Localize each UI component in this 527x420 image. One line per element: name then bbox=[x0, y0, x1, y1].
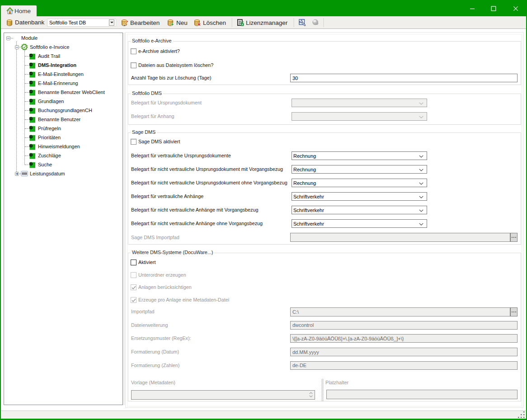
field-label: Belegart für nicht vertrauliche Ursprung… bbox=[131, 179, 287, 186]
web-button[interactable] bbox=[310, 18, 320, 27]
minimize-button[interactable] bbox=[465, 3, 480, 14]
combobox[interactable] bbox=[292, 99, 427, 107]
combobox[interactable]: Rechnung bbox=[292, 179, 427, 187]
tree-item-label[interactable]: Module bbox=[21, 33, 38, 42]
tab-home-label: Home bbox=[14, 8, 31, 14]
tree-item-label[interactable]: E-Mail-Einstellungen bbox=[38, 70, 84, 79]
combobox[interactable] bbox=[292, 112, 427, 121]
checkbox[interactable] bbox=[131, 62, 136, 68]
license-manager-button[interactable]: Lizenzmanager bbox=[236, 18, 292, 27]
field-label: Ersetzungsmuster (RegEx): bbox=[131, 335, 191, 342]
textbox[interactable] bbox=[326, 390, 518, 399]
tree-item-label[interactable]: Prüfregeln bbox=[38, 124, 61, 133]
checkbox-label: Anlagen berücksichtigen bbox=[138, 284, 192, 291]
new-button-label: Neu bbox=[176, 19, 188, 27]
checkbox[interactable] bbox=[131, 139, 136, 145]
browse-button[interactable] bbox=[510, 233, 518, 242]
tree-item-label[interactable]: Benannte Benutzer bbox=[38, 115, 80, 124]
combobox[interactable]: Schriftverkehr bbox=[292, 192, 427, 201]
tree-connector-line bbox=[11, 38, 13, 38]
module-gear-icon bbox=[28, 134, 36, 141]
module-gear-icon bbox=[28, 125, 36, 132]
tree-item-label[interactable]: BuchungsgrundlagenCH bbox=[38, 106, 92, 115]
seal-check-icon bbox=[21, 43, 28, 51]
edit-button[interactable]: Bearbeiten bbox=[120, 18, 164, 27]
field-label: Belegart für nicht vertrauliche Anhänge … bbox=[131, 207, 259, 213]
module-gear-icon bbox=[28, 161, 36, 168]
browse-button[interactable] bbox=[510, 307, 518, 316]
tree-item-label[interactable]: Grundlagen bbox=[38, 97, 64, 106]
path-textbox[interactable]: C:\ bbox=[290, 307, 510, 316]
tree-item-label[interactable]: Suche bbox=[38, 160, 52, 169]
edit-button-label: Bearbeiten bbox=[130, 19, 160, 27]
tree-item-label[interactable]: Benannte Benutzer WebClient bbox=[38, 88, 105, 97]
chevron-down-icon bbox=[419, 196, 423, 198]
chevron-down-icon bbox=[419, 182, 423, 185]
new-button[interactable]: Neu bbox=[166, 18, 190, 27]
maximize-icon bbox=[490, 5, 497, 12]
updown-field[interactable] bbox=[131, 390, 315, 400]
checkmark-icon bbox=[131, 297, 136, 303]
delete-button[interactable]: Löschen bbox=[193, 18, 228, 27]
combobox[interactable]: Rechnung bbox=[292, 151, 427, 160]
groupbox-title: Softfolio e-Archive bbox=[131, 38, 173, 43]
combobox[interactable]: Rechnung bbox=[292, 165, 427, 174]
tree-item-label[interactable]: Audit Trail bbox=[38, 52, 60, 61]
textbox[interactable]: de-DE bbox=[290, 361, 518, 370]
checkbox[interactable] bbox=[131, 272, 136, 278]
tree-item-label[interactable]: Leistungsdatum bbox=[30, 169, 65, 178]
chevron-down-icon bbox=[419, 102, 423, 105]
close-button[interactable] bbox=[508, 3, 523, 14]
checkbox[interactable] bbox=[131, 48, 136, 54]
tree-item-label[interactable]: Prioritäten bbox=[38, 133, 61, 142]
tree-connector-line bbox=[25, 128, 28, 129]
combobox[interactable]: Schriftverkehr bbox=[292, 219, 427, 228]
checkbox-label: Sage DMS aktiviert bbox=[138, 138, 180, 145]
tree-item-label[interactable]: Softfolio e-Invoice bbox=[30, 42, 69, 52]
toolbar-separator bbox=[324, 18, 325, 27]
path-textbox[interactable] bbox=[290, 233, 510, 242]
checkbox-checked[interactable] bbox=[131, 297, 136, 303]
home-icon bbox=[6, 7, 14, 14]
tree-expander-minus[interactable] bbox=[15, 45, 19, 49]
database-icon bbox=[6, 19, 13, 26]
textbox-value: 30 bbox=[292, 76, 298, 81]
tree-item-label[interactable]: Hinweismeldungen bbox=[38, 142, 80, 151]
database-add-icon bbox=[167, 19, 174, 26]
module-gear-icon bbox=[28, 116, 36, 123]
database-edit-icon bbox=[121, 19, 128, 26]
database-combobox-value: Softfolio Test DB bbox=[49, 20, 86, 25]
tree-expander-plus[interactable] bbox=[15, 172, 19, 176]
combobox[interactable]: Schriftverkehr bbox=[292, 206, 427, 214]
tools-button[interactable] bbox=[297, 18, 307, 27]
spin-down-icon bbox=[309, 395, 313, 397]
tree-item-label[interactable]: E-Mail-Erinnerung bbox=[38, 79, 78, 88]
tree-item-label[interactable]: DMS-Integration bbox=[38, 61, 76, 70]
database-combobox[interactable]: Softfolio Test DB bbox=[47, 19, 116, 27]
tree-connector-line bbox=[25, 146, 28, 147]
textbox[interactable]: 30 bbox=[290, 74, 518, 82]
field-label: Importpfad bbox=[131, 308, 155, 315]
tree-connector-line bbox=[25, 165, 28, 165]
close-icon bbox=[513, 5, 519, 12]
maximize-button[interactable] bbox=[486, 3, 501, 14]
database-combobox-dropdown-button[interactable] bbox=[109, 19, 114, 26]
textbox[interactable]: dd.MM.yyyy bbox=[290, 348, 518, 356]
checkbox-checked[interactable] bbox=[131, 284, 136, 290]
textbox[interactable]: dwcontrol bbox=[290, 321, 518, 330]
database-label: Datenbank bbox=[15, 19, 44, 26]
license-manager-button-label: Lizenzmanager bbox=[246, 19, 287, 27]
field-label: Belegart für vertrauliche Anhänge bbox=[131, 193, 203, 200]
textbox-value: de-DE bbox=[292, 363, 306, 368]
field-label: Vorlage (Metadaten) bbox=[131, 379, 175, 386]
module-gear-icon bbox=[28, 71, 36, 78]
checkbox-label: Unterordner erzeugen bbox=[138, 272, 186, 278]
panel-splitter[interactable] bbox=[321, 379, 324, 401]
resize-grip-icon[interactable] bbox=[518, 411, 525, 419]
textbox[interactable]: \{[a-zA-Z0-9äöüÄÖÜß]+\.[a-zA-Z0-9äöüÄÖÜß… bbox=[290, 334, 518, 343]
field-label: Belegart für nicht vertrauliche Ursprung… bbox=[131, 166, 283, 173]
tree-item-label[interactable]: Zuschläge bbox=[38, 151, 61, 160]
tree-expander-minus[interactable] bbox=[6, 36, 10, 40]
tab-home[interactable]: Home bbox=[1, 5, 37, 16]
checkbox[interactable] bbox=[131, 260, 136, 265]
